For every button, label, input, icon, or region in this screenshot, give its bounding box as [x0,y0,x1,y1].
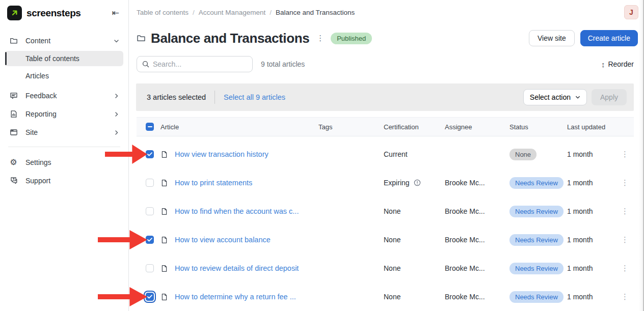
select-all-checkbox-cell [137,123,160,131]
certification-cell: Expiring [384,179,445,187]
breadcrumb-item[interactable]: Account Management [199,9,265,16]
row-kebab-icon[interactable]: ⋮ [616,293,634,301]
select-all-checkbox[interactable] [146,123,154,131]
last-updated-cell: 1 month [567,207,616,215]
toolbar: 9 total articles ↕ Reorder [137,56,634,72]
table-row: How to print statements Expiring Brooke … [137,168,634,197]
reporting-icon [9,110,18,118]
article-link[interactable]: How view transaction history [175,150,318,158]
search-icon [142,61,149,68]
logo-text: screensteps [26,8,110,19]
chapter-folder-icon [137,34,146,43]
sidebar-item-content[interactable]: Content [5,33,123,49]
article-link[interactable]: How to view account balance [175,236,318,244]
article-link[interactable]: How to find when the account was c... [175,207,318,215]
sidebar-item-articles[interactable]: Articles [5,68,123,83]
sidebar-item-feedback[interactable]: Feedback [5,88,123,104]
search-input[interactable] [153,60,239,68]
column-header-assignee[interactable]: Assignee [445,123,509,131]
last-updated-cell: 1 month [567,236,616,244]
status-pill: None [509,149,536,160]
row-checkbox[interactable] [146,236,154,244]
row-kebab-icon[interactable]: ⋮ [616,179,634,187]
logo-row: screensteps ⇤ [0,0,128,25]
row-kebab-icon[interactable]: ⋮ [616,207,634,215]
table-row: How view transaction history Current Non… [137,140,634,168]
table-header: Article Tags Certification Assignee Stat… [137,117,634,136]
status-cell: Needs Review [509,177,567,189]
sidebar-item-settings[interactable]: ⚙ Settings [5,154,123,171]
column-header-tags[interactable]: Tags [318,123,384,131]
article-link[interactable]: How to determine why a return fee ... [175,293,318,301]
status-pill: Needs Review [509,234,564,246]
breadcrumb-item[interactable]: Table of contents [137,9,189,16]
table-row: How to find when the account was c... No… [137,197,634,225]
status-pill: Needs Review [509,177,564,189]
status-cell: Needs Review [509,263,567,274]
screensteps-app: screensteps ⇤ Content Table of contents … [0,0,644,311]
column-header-article[interactable]: Article [160,123,318,131]
sidebar-item-table-of-contents[interactable]: Table of contents [5,51,123,66]
row-checkbox[interactable] [146,293,154,301]
certification-cell: None [384,264,445,272]
article-link[interactable]: How to review details of direct deposit [175,264,318,272]
reorder-button[interactable]: ↕ Reorder [601,60,634,69]
assignee-cell: Brooke Mc... [445,236,509,244]
user-avatar[interactable]: J [624,5,638,19]
row-kebab-icon[interactable]: ⋮ [616,150,634,158]
status-pill: Needs Review [509,263,564,274]
column-header-certification[interactable]: Certification [384,123,445,131]
certification-cell: None [384,236,445,244]
sidebar-item-label: Support [25,177,119,185]
select-all-link[interactable]: Select all 9 articles [224,93,285,101]
row-kebab-icon[interactable]: ⋮ [616,264,634,272]
sidebar-item-site[interactable]: Site [5,124,123,140]
certification-cell: Current [384,150,445,158]
assignee-cell: Brooke Mc... [445,293,509,301]
table-row: How to determine why a return fee ... No… [137,282,634,311]
sidebar-collapse-icon[interactable]: ⇤ [110,8,121,18]
sidebar-item-label: Settings [25,158,119,166]
article-link[interactable]: How to print statements [175,179,318,187]
certification-text: Expiring [384,179,410,187]
site-icon [9,128,18,136]
page-title: Balance and Transactions [151,31,309,46]
column-header-last-updated[interactable]: Last updated [567,123,634,131]
chevron-right-icon [114,111,119,117]
assignee-cell: Brooke Mc... [445,207,509,215]
select-action-dropdown[interactable]: Select action [523,89,587,105]
status-pill: Needs Review [509,291,564,303]
sidebar-item-support[interactable]: Support [5,173,123,189]
row-checkbox[interactable] [146,150,154,158]
status-cell: Needs Review [509,291,567,303]
sidebar-item-reporting[interactable]: Reporting [5,106,123,122]
document-icon [160,151,175,158]
last-updated-cell: 1 month [567,179,616,187]
view-site-button[interactable]: View site [529,30,575,46]
last-updated-cell: 1 month [567,293,616,301]
breadcrumb: Table of contents / Account Management /… [137,9,355,16]
column-header-status[interactable]: Status [509,123,567,131]
status-cell: None [509,149,567,160]
breadcrumb-current: Balance and Transactions [276,9,355,16]
create-article-button[interactable]: Create article [580,30,638,46]
certification-cell: None [384,207,445,215]
status-cell: Needs Review [509,234,567,246]
row-checkbox[interactable] [146,207,154,215]
row-checkbox[interactable] [146,179,154,187]
expiring-info-icon[interactable] [414,179,421,186]
apply-button[interactable]: Apply [592,89,627,105]
document-icon [160,236,175,244]
row-checkbox[interactable] [146,264,154,272]
main-content: Table of contents / Account Management /… [129,0,644,311]
article-table-body: How view transaction history Current Non… [137,140,634,311]
support-icon [9,177,18,185]
screensteps-logo-icon [7,6,22,20]
title-kebab-icon[interactable]: ⋮ [316,34,325,43]
assignee-cell: Brooke Mc... [445,264,509,272]
row-kebab-icon[interactable]: ⋮ [616,236,634,244]
sidebar-item-label: Content [25,37,114,45]
chevron-right-icon [114,93,119,99]
up-down-arrow-icon: ↕ [601,60,605,69]
certification-cell: None [384,293,445,301]
